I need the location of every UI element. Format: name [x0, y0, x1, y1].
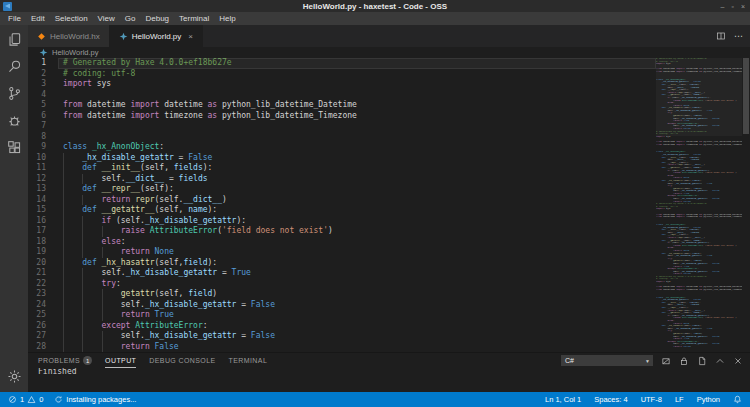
maximize-panel-icon[interactable]	[715, 356, 725, 366]
code-line: 5from datetime import datetime as python…	[28, 100, 656, 111]
language-mode-status[interactable]: Python	[697, 395, 720, 404]
extensions-icon[interactable]	[7, 140, 22, 155]
line-number[interactable]: 27	[28, 331, 58, 342]
encoding-status[interactable]: UTF-8	[641, 395, 662, 404]
minimize-button[interactable]: –	[721, 3, 725, 10]
search-icon[interactable]	[7, 59, 22, 74]
line-content: import sys	[58, 79, 656, 90]
status-bar: 1 0 Installing packages... Ln 1, Col 1Sp…	[0, 392, 750, 407]
line-number[interactable]: 16	[28, 216, 58, 227]
line-number[interactable]: 14	[28, 195, 58, 206]
error-icon	[8, 395, 17, 404]
line-content: else:	[58, 237, 656, 248]
output-text: Finished	[28, 368, 750, 376]
line-content: def __init__(self, fields):	[58, 163, 656, 174]
close-tab-icon[interactable]: ×	[188, 32, 193, 41]
line-number[interactable]: 20	[28, 258, 58, 269]
line-number[interactable]: 24	[28, 300, 58, 311]
tab-helloworld.hx[interactable]: HelloWorld.hx	[28, 25, 110, 47]
menu-debug[interactable]: Debug	[140, 14, 174, 23]
line-number[interactable]: 8	[28, 132, 58, 143]
line-number[interactable]: 22	[28, 279, 58, 290]
notifications-bell[interactable]	[733, 395, 742, 404]
line-number[interactable]: 9	[28, 142, 58, 153]
menu-go[interactable]: Go	[120, 14, 141, 23]
code-line: 22 try:	[28, 279, 656, 290]
vertical-scrollbar[interactable]	[742, 58, 750, 352]
output-channel-select[interactable]: C# ▼	[561, 355, 653, 366]
problems-status[interactable]: 1 0	[8, 395, 43, 404]
line-number[interactable]: 6	[28, 111, 58, 122]
settings-gear-icon[interactable]	[7, 369, 22, 384]
menu-selection[interactable]: Selection	[50, 14, 93, 23]
clear-output-icon[interactable]	[661, 356, 671, 366]
more-actions-button[interactable]: ⋯	[734, 31, 744, 41]
code-line: 7	[28, 121, 656, 132]
eol-status[interactable]: LF	[675, 395, 684, 404]
line-number[interactable]: 17	[28, 226, 58, 237]
line-number[interactable]: 28	[28, 342, 58, 353]
line-number[interactable]: 15	[28, 205, 58, 216]
maximize-button[interactable]: ▫	[731, 3, 733, 10]
minimap-slider[interactable]	[656, 58, 742, 136]
panel-header: PROBLEMS1OUTPUTDEBUG CONSOLETERMINAL C# …	[28, 353, 750, 368]
chevron-down-icon: ▼	[645, 358, 650, 364]
indentation-status[interactable]: Spaces: 4	[594, 395, 627, 404]
split-editor-icon[interactable]	[716, 31, 726, 41]
line-content: # Generated by Haxe 4.0.0+ef18b627e	[58, 58, 656, 69]
debug-icon[interactable]	[7, 113, 22, 128]
line-content: from datetime import timezone as python_…	[58, 111, 656, 122]
menu-edit[interactable]: Edit	[26, 14, 50, 23]
open-log-icon[interactable]	[697, 356, 707, 366]
panel-tab-debug-console[interactable]: DEBUG CONSOLE	[149, 353, 215, 368]
line-number[interactable]: 1	[28, 58, 58, 69]
panel-tab-output[interactable]: OUTPUT	[105, 353, 136, 368]
code-line: 8	[28, 132, 656, 143]
line-number[interactable]: 4	[28, 90, 58, 101]
line-number[interactable]: 21	[28, 268, 58, 279]
line-number[interactable]: 18	[28, 237, 58, 248]
line-number[interactable]: 2	[28, 69, 58, 80]
close-panel-icon[interactable]	[733, 356, 743, 366]
minimap[interactable]: # Generated by Haxe 4.0.0+ef18b627e# cod…	[656, 58, 742, 352]
line-number[interactable]: 19	[28, 247, 58, 258]
source-control-icon[interactable]	[7, 86, 22, 101]
menu-view[interactable]: View	[93, 14, 120, 23]
line-number[interactable]: 12	[28, 174, 58, 185]
line-number[interactable]: 5	[28, 100, 58, 111]
panel-tab-terminal[interactable]: TERMINAL	[229, 353, 268, 368]
line-content: self.__dict__ = fields	[58, 174, 656, 185]
line-number[interactable]: 3	[28, 79, 58, 90]
panel-tab-problems[interactable]: PROBLEMS1	[38, 353, 92, 368]
line-number[interactable]: 7	[28, 121, 58, 132]
code-line: 26 except AttributeError:	[28, 321, 656, 332]
line-number[interactable]: 11	[28, 163, 58, 174]
line-content: # coding: utf-8	[58, 69, 656, 80]
code-line: 15 def __getattr__(self, name):	[28, 205, 656, 216]
line-number[interactable]: 26	[28, 321, 58, 332]
menu-help[interactable]: Help	[214, 14, 240, 23]
installing-packages-status[interactable]: Installing packages...	[54, 395, 136, 404]
close-button[interactable]: ×	[741, 3, 745, 10]
menu-file[interactable]: File	[3, 14, 26, 23]
python-file-icon	[39, 48, 48, 57]
line-number[interactable]: 23	[28, 289, 58, 300]
line-number[interactable]: 10	[28, 153, 58, 164]
minimap-line: from datetime import timezone as python_…	[656, 216, 742, 219]
cursor-position-status[interactable]: Ln 1, Col 1	[545, 395, 581, 404]
breadcrumb[interactable]: HelloWorld.py	[28, 47, 750, 58]
problems-count-badge: 1	[83, 356, 92, 365]
line-content: return repr(self.__dict__)	[58, 195, 656, 206]
code-line: 21 self._hx_disable_getattr = True	[28, 268, 656, 279]
line-number[interactable]: 13	[28, 184, 58, 195]
output-view[interactable]: Finished	[28, 368, 750, 392]
lock-icon[interactable]	[679, 356, 689, 366]
explorer-icon[interactable]	[7, 32, 22, 47]
code-line: 27 self._hx_disable_getattr = False	[28, 331, 656, 342]
line-number[interactable]: 25	[28, 310, 58, 321]
scrollbar-thumb[interactable]	[743, 58, 749, 134]
menu-terminal[interactable]: Terminal	[174, 14, 214, 23]
tab-helloworld.py[interactable]: HelloWorld.py×	[110, 25, 203, 47]
code-editor[interactable]: 1# Generated by Haxe 4.0.0+ef18b627e2# c…	[28, 58, 750, 352]
minimap-line: from datetime import timezone as python_…	[656, 144, 742, 147]
